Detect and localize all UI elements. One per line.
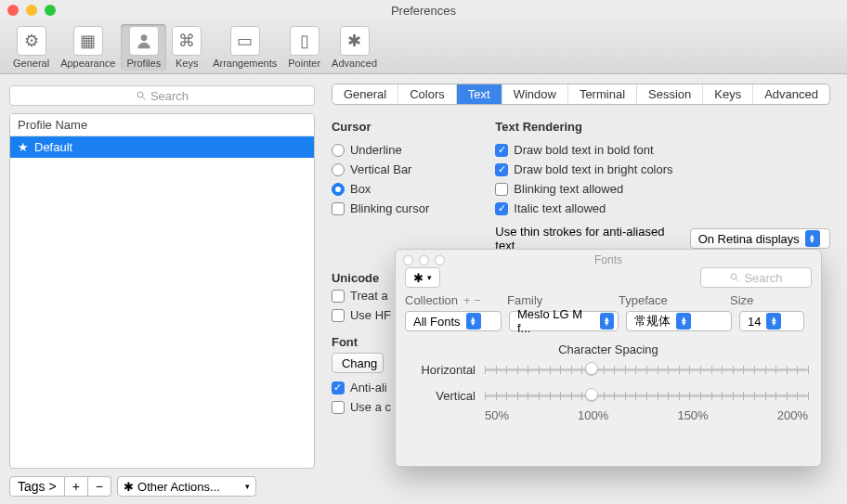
collection-select[interactable]: All Fonts▴▾ — [405, 311, 502, 331]
thin-strokes-select[interactable]: On Retina displays ▴▾ — [690, 228, 830, 249]
tags-button[interactable]: Tags > — [9, 476, 65, 497]
titlebar: Preferences — [0, 0, 847, 20]
tab-keys[interactable]: Keys — [703, 84, 753, 104]
character-spacing-title: Character Spacing — [396, 342, 821, 356]
minimize-icon[interactable] — [419, 255, 429, 265]
radio-label: Vertical Bar — [350, 162, 411, 176]
bright-colors-checkbox[interactable]: Draw bold text in bright colors — [495, 162, 830, 176]
svg-point-0 — [140, 34, 147, 41]
gear-icon: ✱ — [413, 271, 424, 285]
svg-point-1 — [137, 92, 143, 97]
toolbar-keys[interactable]: ⌘Keys — [166, 24, 207, 71]
toolbar-pointer[interactable]: ▯Pointer — [282, 24, 326, 71]
check-label: Blinking text allowed — [514, 182, 623, 196]
toolbar-label: Appearance — [60, 58, 115, 69]
chevron-updown-icon: ▴▾ — [766, 313, 781, 330]
window-controls — [7, 5, 56, 16]
slider-thumb[interactable] — [585, 362, 598, 375]
family-label: Family — [507, 293, 542, 307]
profiles-sidebar: Search Profile Name ★ Default Tags > + −… — [0, 74, 324, 504]
cursor-underline-radio[interactable]: Underline — [332, 143, 467, 157]
close-icon[interactable] — [7, 5, 19, 16]
preferences-toolbar: ⚙General▦AppearanceProfiles⌘Keys▭Arrange… — [0, 20, 847, 74]
toolbar-appearance[interactable]: ▦Appearance — [55, 24, 121, 71]
toolbar-label: Pointer — [288, 58, 320, 69]
profile-search-input[interactable]: Search — [9, 85, 315, 106]
horizontal-spacing-slider[interactable] — [485, 360, 808, 379]
family-select[interactable]: Meslo LG M f...▴▾ — [509, 311, 619, 331]
chevron-updown-icon: ▴▾ — [600, 313, 614, 330]
toolbar-label: Keys — [176, 58, 198, 69]
typeface-select[interactable]: 常规体▴▾ — [626, 311, 732, 331]
change-font-button[interactable]: Chang — [332, 353, 384, 373]
profile-list-item[interactable]: ★ Default — [10, 136, 314, 158]
toolbar-label: Arrangements — [213, 58, 277, 69]
vertical-spacing-slider[interactable] — [485, 386, 808, 405]
cursor-vertical-radio[interactable]: Vertical Bar — [332, 162, 467, 176]
check-label: Use HF — [350, 308, 391, 322]
add-profile-button[interactable]: + — [65, 476, 88, 497]
chevron-down-icon: ▾ — [427, 273, 432, 282]
fonts-search-input[interactable]: Search — [700, 267, 812, 288]
scale-tick: 50% — [485, 408, 509, 422]
search-icon — [729, 272, 740, 283]
profile-list: Profile Name ★ Default — [9, 113, 315, 469]
tab-terminal[interactable]: Terminal — [568, 84, 637, 104]
search-placeholder: Search — [150, 89, 189, 103]
appearance-icon: ▦ — [73, 26, 103, 56]
scale-tick: 200% — [777, 408, 808, 422]
remove-profile-button[interactable]: − — [88, 476, 111, 497]
tab-general[interactable]: General — [332, 84, 398, 104]
check-label: Italic text allowed — [514, 201, 606, 215]
select-value: Meslo LG M f... — [517, 307, 594, 335]
typeface-label: Typeface — [619, 293, 668, 307]
scale-tick: 100% — [578, 408, 608, 422]
minimize-icon[interactable] — [26, 5, 37, 16]
svg-line-4 — [736, 279, 739, 282]
scale-tick: 150% — [677, 408, 708, 422]
toolbar-label: Profiles — [126, 58, 161, 69]
tab-advanced[interactable]: Advanced — [753, 84, 829, 104]
blinking-text-checkbox[interactable]: Blinking text allowed — [495, 182, 830, 196]
other-actions-dropdown[interactable]: ✱ Other Actions... ▾ — [117, 476, 256, 497]
advanced-icon: ✱ — [340, 26, 370, 56]
spacing-scale: 50% 100% 150% 200% — [396, 408, 821, 428]
toolbar-label: Advanced — [332, 58, 377, 69]
other-actions-label: Other Actions... — [137, 480, 220, 494]
zoom-icon[interactable] — [45, 5, 56, 16]
fonts-window-controls — [396, 250, 821, 265]
zoom-icon[interactable] — [435, 255, 445, 265]
cursor-box-radio[interactable]: Box — [332, 182, 467, 196]
toolbar-arrangements[interactable]: ▭Arrangements — [207, 24, 282, 71]
bold-font-checkbox[interactable]: Draw bold text in bold font — [495, 143, 830, 157]
cursor-section-title: Cursor — [332, 120, 467, 134]
tab-text[interactable]: Text — [457, 84, 502, 104]
toolbar-profiles[interactable]: Profiles — [121, 24, 166, 71]
check-label: Treat a — [350, 289, 388, 303]
blinking-cursor-checkbox[interactable]: Blinking cursor — [332, 201, 467, 215]
tab-colors[interactable]: Colors — [398, 84, 457, 104]
check-label: Anti-ali — [350, 381, 387, 394]
horizontal-spacing-label: Horizontal — [409, 363, 476, 377]
radio-label: Box — [350, 182, 371, 196]
size-select[interactable]: 14▴▾ — [739, 311, 804, 331]
radio-label: Underline — [350, 143, 402, 157]
tab-session[interactable]: Session — [637, 84, 703, 104]
fonts-action-menu[interactable]: ✱ ▾ — [405, 267, 440, 288]
close-icon[interactable] — [403, 255, 413, 265]
toolbar-advanced[interactable]: ✱Advanced — [326, 24, 383, 71]
profile-list-header[interactable]: Profile Name — [10, 114, 314, 136]
profile-name: Default — [34, 140, 72, 154]
svg-line-2 — [142, 97, 145, 100]
profiles-icon — [129, 26, 159, 56]
size-label: Size — [730, 293, 753, 307]
collection-label: Collection — [405, 293, 458, 307]
tab-window[interactable]: Window — [502, 84, 568, 104]
toolbar-general[interactable]: ⚙General — [7, 24, 55, 71]
select-value: 常规体 — [634, 313, 671, 330]
keys-icon: ⌘ — [172, 26, 202, 56]
chevron-down-icon: ▾ — [245, 482, 250, 491]
search-icon — [136, 90, 147, 101]
slider-thumb[interactable] — [585, 388, 598, 401]
italic-text-checkbox[interactable]: Italic text allowed — [495, 201, 830, 215]
